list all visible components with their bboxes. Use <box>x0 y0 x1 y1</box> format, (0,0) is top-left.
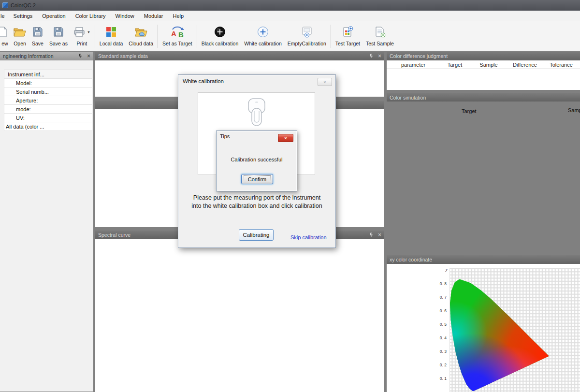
black-calibration-button[interactable]: Black calibration <box>199 24 241 47</box>
toolbar-label: Save as <box>49 41 68 46</box>
close-icon[interactable]: × <box>378 232 381 237</box>
tips-close-button[interactable]: × <box>278 134 293 142</box>
y-tick: 0. 8 <box>432 281 447 286</box>
menu-operation[interactable]: Operation <box>37 11 70 21</box>
menubar: le Settings Operation Color Library Wind… <box>0 11 580 21</box>
save-button[interactable]: Save <box>29 24 46 47</box>
printer-icon <box>73 27 85 37</box>
toolbar-label: EmptyCalibration <box>288 41 326 46</box>
color-simulation-panel: Color simulation Target Sample <box>387 93 580 254</box>
column-sample: Sample <box>470 62 508 68</box>
calibrating-button[interactable]: Calibrating <box>239 229 274 241</box>
y-tick: 0. 3 <box>432 349 447 354</box>
empty-calibration-button[interactable]: EmptyCalibration <box>285 24 329 47</box>
dialog-close-button[interactable]: × <box>318 78 332 86</box>
print-button[interactable]: ▼ Print <box>71 24 93 47</box>
local-data-button[interactable]: Local data <box>97 24 126 47</box>
tree-row-uv[interactable]: UV: <box>4 114 92 122</box>
tree-row-model[interactable]: Model: <box>4 79 92 87</box>
window-title: ColorQC 2 <box>11 2 36 8</box>
confirm-button-label: Confirm <box>244 175 271 183</box>
calibration-instructions: Please put the measuring port of the ins… <box>178 194 335 210</box>
test-target-button[interactable]: Test Target <box>333 24 363 47</box>
y-tick: 0. 1 <box>432 376 447 381</box>
svg-text:A: A <box>171 29 176 38</box>
save-as-floppy-icon <box>53 25 64 39</box>
tree-row-label: Model: <box>16 80 32 86</box>
white-sphere-plus-icon <box>257 25 269 39</box>
toolbar-label: ew <box>1 41 8 46</box>
instruction-line-1: Please put the measuring port of the ins… <box>178 194 335 202</box>
xy-header: xy color coordinate <box>387 255 580 264</box>
tree-row-instrument-info[interactable]: Instrument inf... <box>4 70 92 79</box>
svg-text:B: B <box>178 30 184 38</box>
tree-row-all-data[interactable]: All data (color ... <box>4 122 92 131</box>
menu-file[interactable]: le <box>0 11 9 21</box>
toolbar-label: Test Sample <box>366 41 394 46</box>
menu-modular[interactable]: Modular <box>139 11 168 21</box>
titlebar: ColorQC 2 <box>0 0 580 11</box>
empty-box-plus-icon <box>301 25 313 39</box>
app-icon <box>2 2 8 8</box>
column-tolerance: Tolerance <box>542 62 580 68</box>
pin-icon[interactable] <box>369 54 374 58</box>
tree-row-label: mode: <box>16 106 31 112</box>
menu-help[interactable]: Help <box>168 11 188 21</box>
judgment-header: Color difference judgment <box>387 52 580 60</box>
engineering-panel-body: Instrument inf... Model: Serial numb... … <box>0 60 93 392</box>
simulation-header: Color simulation <box>387 93 580 102</box>
panel-title: Color difference judgment <box>390 53 448 59</box>
instrument-illustration <box>244 98 270 130</box>
toolbar-separator <box>197 25 197 48</box>
judgment-table-header-row: parameter Target Sample Difference Toler… <box>387 60 580 69</box>
test-sample-button[interactable]: Test Sample <box>363 24 397 47</box>
menu-color-library[interactable]: Color Library <box>71 11 111 21</box>
white-calibration-button[interactable]: White calibration <box>241 24 285 47</box>
y-axis-label: y <box>441 267 448 272</box>
y-tick: 0. 5 <box>432 322 447 327</box>
pin-icon[interactable] <box>369 232 374 237</box>
column-target: Target <box>440 62 470 68</box>
panel-title: Spectral curve <box>98 232 130 238</box>
color-grid-icon <box>106 25 116 39</box>
print-dropdown-arrow[interactable]: ▼ <box>87 30 90 34</box>
instrument-tree: Instrument inf... Model: Serial numb... … <box>4 70 92 131</box>
black-sphere-plus-icon <box>214 25 226 39</box>
pin-icon[interactable] <box>78 54 83 58</box>
y-tick: 0. 2 <box>432 363 447 367</box>
tree-row-label: Instrument inf... <box>8 72 44 77</box>
skip-calibration-link[interactable]: Skip calibration <box>290 234 327 240</box>
xy-color-coordinate-panel: xy color coordinate y 0. 8 0. 7 0. 6 0. … <box>387 255 580 392</box>
new-button[interactable]: ew <box>0 24 11 47</box>
engineering-information-panel: ngineering Information × Instrument inf.… <box>0 52 93 392</box>
engineering-panel-header: ngineering Information × <box>0 52 93 60</box>
menu-settings[interactable]: Settings <box>9 11 38 21</box>
toolbar-separator <box>95 25 95 48</box>
close-icon[interactable]: × <box>87 54 90 58</box>
toolbar-separator <box>158 25 158 48</box>
set-as-target-button[interactable]: A B Set as Target <box>160 24 195 47</box>
save-floppy-icon <box>32 25 43 39</box>
test-sample-doc-icon <box>374 25 386 39</box>
color-difference-judgment-panel: Color difference judgment parameter Targ… <box>387 52 580 90</box>
tree-row-aperture[interactable]: Aperture: <box>4 96 92 105</box>
close-icon[interactable]: × <box>378 54 381 58</box>
panel-title: ngineering Information <box>3 53 53 59</box>
panel-title: Standard sample data <box>98 53 148 59</box>
panel-title: xy color coordinate <box>390 257 432 262</box>
panel-title: Color simulation <box>390 95 426 101</box>
test-target-doc-icon <box>342 25 353 39</box>
cloud-data-button[interactable]: Cloud data <box>126 24 156 47</box>
simulation-body: Target Sample <box>387 102 580 254</box>
save-as-button[interactable]: Save as <box>46 24 71 47</box>
open-button[interactable]: Open <box>11 24 29 47</box>
colorqc-window: ColorQC 2 le Settings Operation Color Li… <box>0 0 580 392</box>
instruction-line-2: into the white calibration box and click… <box>178 202 335 210</box>
tree-row-mode[interactable]: mode: <box>4 105 92 114</box>
column-parameter: parameter <box>387 62 440 68</box>
confirm-button[interactable]: Confirm <box>241 174 273 184</box>
white-calibration-dialog-title: White calibration <box>178 75 335 87</box>
toolbar-label: Black calibration <box>202 41 238 46</box>
menu-window[interactable]: Window <box>111 11 139 21</box>
tree-row-serial-number[interactable]: Serial numb... <box>4 87 92 96</box>
